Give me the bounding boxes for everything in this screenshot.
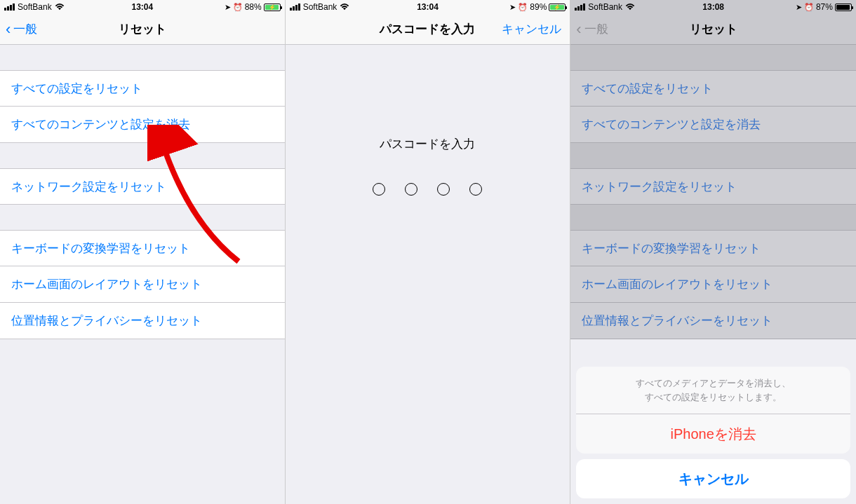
cancel-button[interactable]: キャンセル (502, 21, 561, 37)
back-button: ‹ 一般 (576, 21, 608, 37)
sheet-cancel-button[interactable]: キャンセル (576, 459, 850, 498)
action-sheet: すべてのメディアとデータを消去し、 すべての設定をリセットします。 iPhone… (576, 367, 850, 498)
passcode-area: パスコードを入力 (286, 136, 570, 504)
battery-percent: 88% (245, 2, 262, 12)
reset-network-settings: ネットワーク設定をリセット (570, 168, 856, 205)
passcode-dots (286, 183, 570, 196)
reset-list: すべての設定をリセット すべてのコンテンツと設定を消去 ネットワーク設定をリセッ… (570, 45, 856, 339)
wifi-icon (55, 4, 65, 11)
reset-location-privacy: 位置情報とプライバシーをリセット (570, 303, 856, 339)
nav-bar: パスコードを入力 キャンセル (286, 14, 570, 45)
status-time: 13:04 (417, 2, 439, 12)
screen-reset-list: SoftBank 13:04 ➤ ⏰ 88% ⚡ ‹ 一般 リセット すべての設… (0, 0, 286, 504)
alarm-icon: ⏰ (518, 3, 528, 12)
reset-keyboard-dictionary: キーボードの変換学習をリセット (570, 230, 856, 266)
back-button[interactable]: ‹ 一般 (6, 21, 37, 37)
reset-network-settings[interactable]: ネットワーク設定をリセット (0, 168, 285, 205)
status-bar: SoftBank 13:04 ➤ ⏰ 89% ⚡ (286, 0, 570, 14)
nav-title: リセット (690, 21, 737, 37)
passcode-dot (437, 183, 450, 196)
alarm-icon: ⏰ (804, 3, 814, 12)
status-time: 13:04 (131, 2, 153, 12)
status-bar: SoftBank 13:08 ➤ ⏰ 87% (570, 0, 856, 14)
erase-all-content: すべてのコンテンツと設定を消去 (570, 107, 856, 143)
navigation-icon: ➤ (509, 3, 516, 12)
back-label: 一般 (13, 21, 37, 37)
navigation-icon: ➤ (796, 3, 802, 12)
navigation-icon: ➤ (225, 3, 231, 12)
wifi-icon (625, 4, 635, 11)
reset-list: すべての設定をリセット すべてのコンテンツと設定を消去 ネットワーク設定をリセッ… (0, 45, 285, 339)
chevron-left-icon: ‹ (576, 22, 581, 37)
alarm-icon: ⏰ (233, 3, 243, 12)
status-time: 13:08 (702, 2, 724, 12)
signal-icon (4, 4, 15, 11)
nav-bar: ‹ 一般 リセット (570, 14, 856, 45)
erase-iphone-button[interactable]: iPhoneを消去 (576, 414, 850, 454)
nav-title: リセット (119, 21, 166, 37)
back-label: 一般 (584, 21, 608, 37)
erase-all-content[interactable]: すべてのコンテンツと設定を消去 (0, 107, 285, 143)
carrier-label: SoftBank (18, 2, 52, 12)
reset-home-layout: ホーム画面のレイアウトをリセット (570, 266, 856, 303)
reset-location-privacy[interactable]: 位置情報とプライバシーをリセット (0, 303, 285, 339)
carrier-label: SoftBank (303, 2, 337, 12)
battery-icon (835, 4, 852, 11)
passcode-dot (405, 183, 417, 196)
sheet-message: すべてのメディアとデータを消去し、 すべての設定をリセットします。 (576, 367, 850, 414)
passcode-dot (373, 183, 385, 196)
wifi-icon (340, 4, 349, 11)
reset-all-settings[interactable]: すべての設定をリセット (0, 70, 285, 107)
screen-reset-confirm: SoftBank 13:08 ➤ ⏰ 87% ‹ 一般 リセット すべての設定を… (570, 0, 856, 504)
signal-icon (290, 4, 300, 11)
nav-title: パスコードを入力 (380, 21, 475, 37)
battery-icon: ⚡ (264, 4, 281, 11)
carrier-label: SoftBank (588, 2, 622, 12)
battery-percent: 89% (530, 2, 547, 12)
battery-percent: 87% (816, 2, 833, 12)
signal-icon (575, 4, 585, 11)
screen-passcode: SoftBank 13:04 ➤ ⏰ 89% ⚡ パスコードを入力 キャンセル … (286, 0, 571, 504)
status-bar: SoftBank 13:04 ➤ ⏰ 88% ⚡ (0, 0, 285, 14)
passcode-dot (469, 183, 482, 196)
nav-bar: ‹ 一般 リセット (0, 14, 285, 45)
passcode-prompt: パスコードを入力 (286, 136, 570, 152)
reset-keyboard-dictionary[interactable]: キーボードの変換学習をリセット (0, 230, 285, 266)
chevron-left-icon: ‹ (6, 22, 11, 37)
battery-icon: ⚡ (549, 4, 566, 11)
reset-all-settings: すべての設定をリセット (570, 70, 856, 107)
reset-home-layout[interactable]: ホーム画面のレイアウトをリセット (0, 266, 285, 303)
